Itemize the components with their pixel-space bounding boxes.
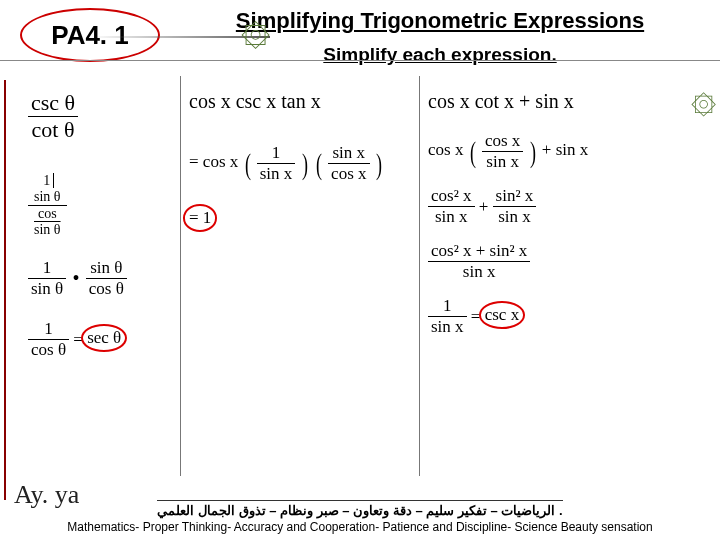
footer-english: Mathematics- Proper Thinking- Accuracy a… bbox=[0, 520, 720, 534]
c1-answer: sec θ bbox=[87, 328, 121, 348]
c1-e1-num: csc θ bbox=[28, 90, 78, 117]
c1-e1-den: cot θ bbox=[28, 117, 78, 143]
lesson-badge: PA4. 1 bbox=[20, 8, 160, 62]
content: csc θ cot θ 1 sin θ cos sin θ bbox=[0, 66, 720, 476]
c3-expr: cos x cot x + sin x bbox=[428, 90, 702, 113]
c3-answer: csc x bbox=[485, 305, 519, 325]
column-1: csc θ cot θ 1 sin θ cos sin θ bbox=[20, 76, 180, 476]
header: PA4. 1 ۞ Simplifying Trigonometric Expre… bbox=[0, 0, 720, 66]
footer: . الرياضيات – تفكير سليم – دقة وتعاون – … bbox=[0, 500, 720, 534]
c2-answer: = 1 bbox=[189, 208, 211, 228]
column-3: cos x cot x + sin x cos x ( cos x sin x … bbox=[420, 76, 710, 476]
c2-expr: cos x csc x tan x bbox=[189, 90, 411, 113]
column-2: cos x csc x tan x = cos x ( 1 sin x ) ( … bbox=[180, 76, 420, 476]
header-ornament: ۞ bbox=[180, 14, 270, 58]
footer-arabic: . الرياضيات – تفكير سليم – دقة وتعاون – … bbox=[157, 500, 562, 518]
